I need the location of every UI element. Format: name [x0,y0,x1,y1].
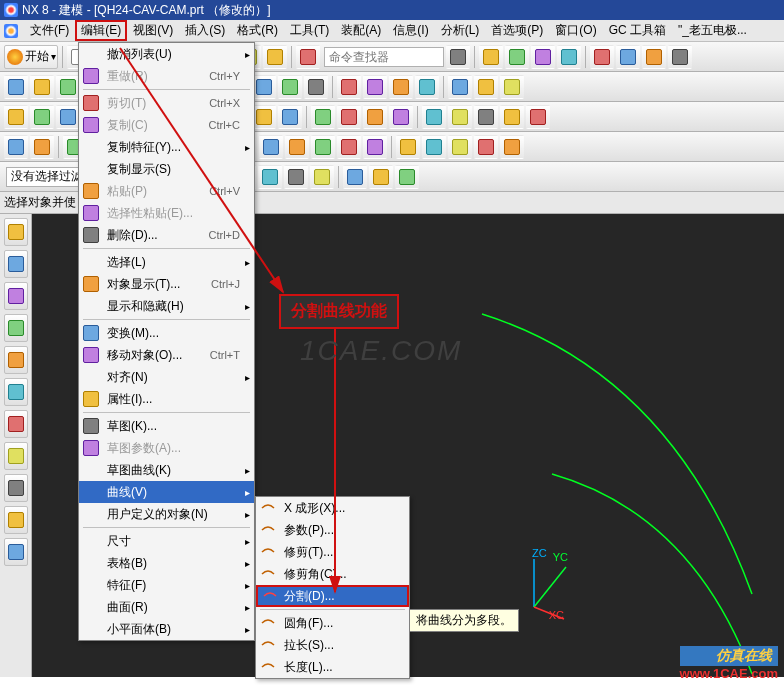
rb-history[interactable] [4,346,28,374]
tb-paste[interactable] [263,45,287,69]
tb-cmdfinder-icon[interactable] [296,45,320,69]
tb3-l[interactable] [311,105,335,129]
tb4-a[interactable] [4,135,28,159]
tb5-j[interactable] [343,165,367,189]
edit-menu-小平面体(B)[interactable]: 小平面体(B)▸ [79,618,254,640]
tb2-q[interactable] [448,75,472,99]
curve-submenu-trim[interactable]: 修剪(T)... [256,541,409,563]
tb3-p[interactable] [422,105,446,129]
edit-menu-显示和隐藏(H)[interactable]: 显示和隐藏(H)▸ [79,295,254,317]
tb2-m[interactable] [337,75,361,99]
tb-d[interactable] [557,45,581,69]
menu-assembly[interactable]: 装配(A) [335,20,387,41]
tb4-j[interactable] [259,135,283,159]
tb2-c[interactable] [56,75,80,99]
curve-submenu-xform[interactable]: X 成形(X)... [256,497,409,519]
edit-menu-尺寸[interactable]: 尺寸▸ [79,530,254,552]
tb-e[interactable] [590,45,614,69]
command-finder[interactable] [324,47,444,67]
menu-analysis[interactable]: 分析(L) [435,20,486,41]
rb-help[interactable] [4,410,28,438]
command-finder-input[interactable] [329,50,439,64]
edit-menu-用户定义的对象(N)[interactable]: 用户定义的对象(N)▸ [79,503,254,525]
tb3-n[interactable] [363,105,387,129]
tb2-j[interactable] [252,75,276,99]
edit-menu-草图曲线(K)[interactable]: 草图曲线(K)▸ [79,459,254,481]
menu-edit[interactable]: 编辑(E) [75,20,127,41]
filter-combo[interactable] [6,167,86,187]
edit-menu-sketch[interactable]: 草图(K)... [79,415,254,437]
tb4-n[interactable] [363,135,387,159]
tb5-h[interactable] [284,165,308,189]
tb5-g[interactable] [258,165,282,189]
menu-view[interactable]: 视图(V) [127,20,179,41]
tb2-k[interactable] [278,75,302,99]
tb3-o[interactable] [389,105,413,129]
edit-menu-transform[interactable]: 变换(M)... [79,322,254,344]
tb4-l[interactable] [311,135,335,159]
edit-menu-选择(L)[interactable]: 选择(L)▸ [79,251,254,273]
tb2-p[interactable] [415,75,439,99]
edit-menu-曲面(R)[interactable]: 曲面(R)▸ [79,596,254,618]
tb3-q[interactable] [448,105,472,129]
menu-window[interactable]: 窗口(O) [549,20,602,41]
tb-a[interactable] [479,45,503,69]
rb-navigator[interactable] [4,218,28,246]
edit-menu-特征(F)[interactable]: 特征(F)▸ [79,574,254,596]
tb3-t[interactable] [526,105,550,129]
tb3-c[interactable] [56,105,80,129]
tb4-k[interactable] [285,135,309,159]
tb-f[interactable] [616,45,640,69]
curve-submenu-length[interactable]: 长度(L)... [256,656,409,678]
edit-menu-对齐(N)[interactable]: 对齐(N)▸ [79,366,254,388]
tb4-o[interactable] [396,135,420,159]
tb-find[interactable] [446,45,470,69]
tb2-o[interactable] [389,75,413,99]
rb-d[interactable] [4,538,28,566]
rb-assembly[interactable] [4,282,28,310]
tb3-s[interactable] [500,105,524,129]
curve-submenu-params[interactable]: 参数(P)... [256,519,409,541]
tb2-a[interactable] [4,75,28,99]
tb2-l[interactable] [304,75,328,99]
rb-a[interactable] [4,442,28,470]
tb3-j[interactable] [252,105,276,129]
tb3-b[interactable] [30,105,54,129]
curve-submenu-stretch[interactable]: 拉长(S)... [256,634,409,656]
edit-menu-撤消列表(U)[interactable]: 撤消列表(U)▸ [79,43,254,65]
edit-menu-表格(B)[interactable]: 表格(B)▸ [79,552,254,574]
tb3-a[interactable] [4,105,28,129]
tb4-b[interactable] [30,135,54,159]
tb5-i[interactable] [310,165,334,189]
tb4-r[interactable] [474,135,498,159]
curve-submenu-fillet[interactable]: 圆角(F)... [256,612,409,634]
tb2-b[interactable] [30,75,54,99]
tb-h[interactable] [668,45,692,69]
tb-c[interactable] [531,45,555,69]
tb5-l[interactable] [395,165,419,189]
tb4-m[interactable] [337,135,361,159]
edit-menu-复制显示(S)[interactable]: 复制显示(S) [79,158,254,180]
tb4-q[interactable] [448,135,472,159]
edit-menu-object-display[interactable]: 对象显示(T)...Ctrl+J [79,273,254,295]
menu-insert[interactable]: 插入(S) [179,20,231,41]
edit-menu-delete[interactable]: 删除(D)...Ctrl+D [79,224,254,246]
tb3-m[interactable] [337,105,361,129]
tb4-s[interactable] [500,135,524,159]
rb-b[interactable] [4,474,28,502]
tb-b[interactable] [505,45,529,69]
curve-submenu-divide[interactable]: 分割(D)... [256,585,409,607]
menu-file[interactable]: 文件(F) [24,20,75,41]
rb-part[interactable] [4,250,28,278]
menu-gc-toolbox[interactable]: GC 工具箱 [603,20,672,41]
rb-reuse[interactable] [4,314,28,342]
tb3-r[interactable] [474,105,498,129]
menu-tools[interactable]: 工具(T) [284,20,335,41]
menu-electrode[interactable]: "_老五电极... [672,20,753,41]
menu-preferences[interactable]: 首选项(P) [485,20,549,41]
tb2-n[interactable] [363,75,387,99]
tb5-k[interactable] [369,165,393,189]
tb-g[interactable] [642,45,666,69]
rb-roles[interactable] [4,378,28,406]
edit-menu-曲线(V)[interactable]: 曲线(V)▸ [79,481,254,503]
